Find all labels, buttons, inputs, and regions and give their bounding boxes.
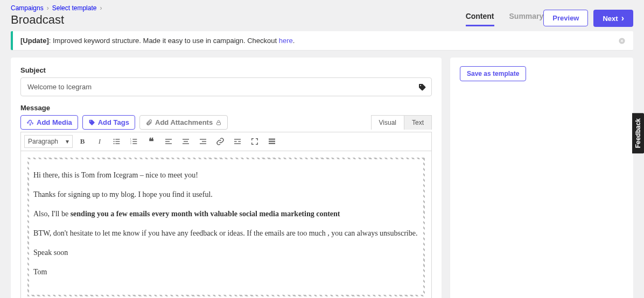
lock-icon [215,119,222,126]
svg-rect-27 [269,139,275,140]
breadcrumb-select-template[interactable]: Select template [52,4,97,12]
blockquote-icon[interactable]: ❝ [144,134,159,148]
breadcrumb-campaigns[interactable]: Campaigns [11,4,44,12]
svg-text:3: 3 [130,142,131,145]
body-paragraph: Speak soon [33,249,419,257]
svg-rect-20 [200,139,206,139]
svg-rect-17 [183,139,189,139]
chevron-right-icon: › [47,4,49,12]
svg-rect-13 [132,143,137,144]
side-panel: Save as template [450,58,633,298]
add-tags-button[interactable]: Add Tags [82,115,135,130]
svg-rect-14 [165,139,172,139]
close-icon[interactable] [618,37,626,45]
bullet-list-icon[interactable] [109,134,124,148]
svg-rect-9 [132,139,137,139]
message-label: Message [20,104,432,112]
numbered-list-icon[interactable]: 123 [127,134,142,148]
tag-icon [88,119,95,126]
svg-rect-18 [184,141,188,141]
svg-point-4 [114,141,115,142]
svg-rect-25 [238,141,241,141]
body-paragraph: Tom [33,268,419,276]
read-more-icon[interactable] [230,134,245,148]
caret-down-icon: ▾ [66,138,69,145]
editor-content[interactable]: Hi there, this is Tom from Icegram – nic… [27,158,425,296]
svg-rect-11 [132,141,137,141]
next-button[interactable]: Next [593,10,633,27]
editor-tab-visual[interactable]: Visual [371,115,404,130]
breadcrumb: Campaigns › Select template › [11,4,466,12]
svg-rect-7 [115,143,120,144]
svg-rect-26 [234,143,241,144]
svg-rect-1 [217,122,221,125]
body-paragraph: Hi there, this is Tom from Icegram – nic… [33,171,419,180]
next-button-label: Next [603,15,618,23]
svg-rect-22 [200,143,206,144]
body-paragraph: BTW, don't hesitate to let me know if yo… [33,229,419,238]
notice-tail: . [293,37,295,45]
notice-prefix: [Update] [20,37,49,45]
add-media-label: Add Media [37,118,72,126]
notice-link[interactable]: here [279,37,293,45]
link-icon[interactable] [213,134,228,148]
fullscreen-icon[interactable] [247,134,262,148]
notice-text: : Improved keyword structure. Made it ea… [49,37,279,45]
align-right-icon[interactable] [195,134,211,148]
format-select[interactable]: Paragraph ▾ [24,135,73,148]
align-center-icon[interactable] [178,134,193,148]
bold-icon[interactable]: B [75,134,90,148]
media-icon [26,119,34,126]
svg-point-2 [114,139,115,140]
editor-tab-text[interactable]: Text [404,115,432,130]
feedback-tab[interactable]: Feedback [632,113,644,153]
chevron-right-icon: › [100,4,102,12]
page-title: Broadcast [11,13,466,27]
italic-icon[interactable]: I [92,134,107,148]
svg-rect-29 [269,143,275,144]
body-paragraph: Thanks for signing up to my blog. I hope… [33,190,419,199]
format-select-value: Paragraph [28,138,58,145]
add-attachments-label: Add Attachments [155,118,213,126]
align-left-icon[interactable] [161,134,176,148]
svg-point-6 [114,143,115,144]
add-media-button[interactable]: Add Media [20,115,78,130]
preview-button[interactable]: Preview [543,10,588,26]
body-paragraph: Also, I'll be sending you a few emails e… [33,210,419,218]
add-attachments-button[interactable]: Add Attachments [139,115,228,130]
tab-summary[interactable]: Summary [509,12,544,25]
add-tags-label: Add Tags [98,118,129,126]
svg-rect-5 [115,141,120,141]
content-panel: Subject Message Add Media [11,58,442,298]
editor-toolbar: Paragraph ▾ B I 123 ❝ [21,132,431,151]
tab-content[interactable]: Content [466,12,494,26]
svg-rect-23 [234,139,241,139]
toolbar-toggle-icon[interactable] [264,134,279,148]
svg-rect-19 [183,143,189,144]
svg-rect-28 [269,141,275,142]
message-editor: Paragraph ▾ B I 123 ❝ [20,132,432,298]
attachment-icon [145,119,152,126]
svg-rect-3 [115,139,120,139]
svg-rect-16 [165,143,172,144]
svg-rect-24 [234,141,237,141]
update-notice: [Update]: Improved keyword structure. Ma… [11,31,633,50]
save-as-template-button[interactable]: Save as template [460,66,526,81]
svg-rect-15 [165,141,170,141]
subject-label: Subject [20,66,432,74]
svg-rect-21 [202,141,206,141]
tag-icon[interactable] [418,83,426,91]
subject-input[interactable] [20,77,432,96]
